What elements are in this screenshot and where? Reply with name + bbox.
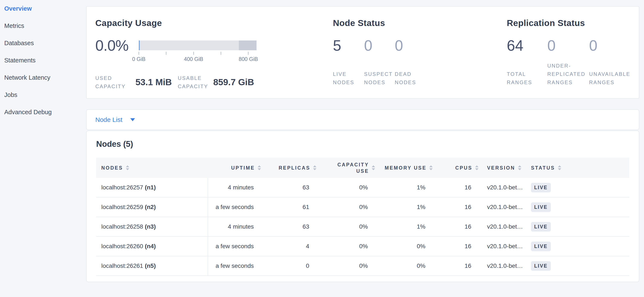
column-header-memory-use[interactable]: MEMORY USE <box>378 158 436 178</box>
status-cell: LIVE <box>524 237 572 256</box>
node-status-section: Node Status 5 LIVE NODES 0 SUSPECT NODES… <box>333 18 507 98</box>
suspect-nodes-stat: 0 SUSPECT NODES <box>364 38 395 86</box>
status-badge: LIVE <box>531 261 551 271</box>
node-address-link[interactable]: localhost:26260 <box>101 243 143 250</box>
status-badge: LIVE <box>531 222 551 232</box>
sidebar-item-network-latency[interactable]: Network Latency <box>0 69 86 86</box>
column-header-cpus[interactable]: CPUS <box>436 158 482 178</box>
node-status-title: Node Status <box>333 18 507 28</box>
replicas-cell: 63 <box>264 217 320 236</box>
status-badge: LIVE <box>531 242 551 251</box>
node-id: (n5) <box>145 263 156 269</box>
cluster-summary-card: Capacity Usage 0.0% <box>86 6 639 99</box>
overview-page: Overview Metrics Databases Statements Ne… <box>0 0 644 297</box>
cpus-cell: 16 <box>436 198 482 217</box>
capacity-bar-other-segment <box>239 40 256 50</box>
sort-icon <box>313 165 316 170</box>
capacity-percent: 0.0% <box>95 38 136 62</box>
column-header-nodes[interactable]: NODES <box>96 158 208 178</box>
nodes-table-title: Nodes (5) <box>96 140 629 149</box>
node-cell: localhost:26258 (n3) <box>96 217 208 236</box>
usable-capacity-label: USABLE CAPACITY <box>178 74 208 90</box>
node-id: (n4) <box>145 243 156 250</box>
memory-use-cell: 0% <box>378 237 436 256</box>
sidebar-item-label: Advanced Debug <box>4 109 52 116</box>
column-header-uptime[interactable]: UPTIME <box>208 158 264 178</box>
sidebar-item-databases[interactable]: Databases <box>0 34 86 52</box>
live-nodes-label: LIVE NODES <box>333 70 364 86</box>
sidebar-item-label: Network Latency <box>4 74 50 81</box>
axis-label-0: 0 GiB <box>132 56 146 62</box>
under-replicated-ranges-stat: 0 UNDER- REPLICATED RANGES <box>547 38 589 86</box>
capacity-usage-section: Capacity Usage 0.0% <box>95 18 333 98</box>
node-address-link[interactable]: localhost:26261 <box>101 263 143 269</box>
node-cell: localhost:26257 (n1) <box>96 178 208 197</box>
cpus-cell: 16 <box>436 256 482 276</box>
total-ranges-value: 64 <box>507 38 547 53</box>
node-address-link[interactable]: localhost:26259 <box>101 204 143 211</box>
cpus-cell: 16 <box>436 178 482 197</box>
status-cell: LIVE <box>524 256 572 276</box>
sort-icon <box>126 165 129 170</box>
unavailable-ranges-stat: 0 UNAVAILABLE RANGES <box>589 38 630 86</box>
uptime-cell: a few seconds <box>208 256 264 276</box>
capacity-use-cell: 0% <box>320 198 378 217</box>
column-header-replicas[interactable]: REPLICAS <box>264 158 320 178</box>
sidebar-item-label: Statements <box>4 57 36 64</box>
column-header-capacity-use[interactable]: CAPACITY USE <box>320 158 378 178</box>
status-cell: LIVE <box>524 178 572 197</box>
under-replicated-ranges-value: 0 <box>547 38 589 53</box>
version-cell: v20.1.0-bet… <box>482 237 524 256</box>
sidebar-item-overview[interactable]: Overview <box>0 0 86 17</box>
nodes-table: NODES UPTIME REPLICAS CAPACITY USE MEMOR… <box>96 158 629 276</box>
table-row: localhost:26258 (n3) 4 minutes 63 0% 1% … <box>96 217 629 237</box>
version-cell: v20.1.0-bet… <box>482 198 524 217</box>
sidebar-item-jobs[interactable]: Jobs <box>0 86 86 104</box>
replicas-cell: 0 <box>264 256 320 276</box>
nodes-table-body: localhost:26257 (n1) 4 minutes 63 0% 1% … <box>96 178 629 276</box>
sidebar-item-label: Jobs <box>4 91 17 98</box>
table-row: localhost:26261 (n5) a few seconds 0 0% … <box>96 256 629 276</box>
node-address-link[interactable]: localhost:26257 <box>101 184 143 191</box>
uptime-cell: 4 minutes <box>208 178 264 197</box>
node-id: (n1) <box>145 184 156 191</box>
capacity-bar-used-marker <box>139 40 140 50</box>
node-list-dropdown[interactable]: Node List <box>95 116 135 123</box>
capacity-use-cell: 0% <box>320 237 378 256</box>
capacity-use-cell: 0% <box>320 217 378 236</box>
memory-use-cell: 1% <box>378 217 436 236</box>
capacity-axis-ticks <box>139 52 256 55</box>
capacity-usage-title: Capacity Usage <box>95 18 333 28</box>
replicas-cell: 63 <box>264 178 320 197</box>
node-address-link[interactable]: localhost:26258 <box>101 223 143 230</box>
dead-nodes-stat: 0 DEAD NODES <box>395 38 416 86</box>
cpus-cell: 16 <box>436 217 482 236</box>
sort-icon <box>518 165 522 170</box>
sort-icon <box>372 165 375 170</box>
axis-label-800: 800 GiB <box>238 56 258 62</box>
live-nodes-value: 5 <box>333 38 364 53</box>
column-header-version[interactable]: VERSION <box>482 158 524 178</box>
sidebar-item-advanced-debug[interactable]: Advanced Debug <box>0 104 86 121</box>
version-cell: v20.1.0-bet… <box>482 178 524 197</box>
capacity-bar <box>139 40 256 50</box>
node-status-stats: 5 LIVE NODES 0 SUSPECT NODES 0 DEAD NODE… <box>333 38 507 86</box>
status-cell: LIVE <box>524 198 572 217</box>
sidebar-item-label: Overview <box>4 5 32 12</box>
cpus-cell: 16 <box>436 237 482 256</box>
capacity-bar-chart: 0 GiB 400 GiB 800 GiB <box>139 38 256 62</box>
sidebar-item-metrics[interactable]: Metrics <box>0 17 86 34</box>
suspect-nodes-label: SUSPECT NODES <box>364 70 395 86</box>
dead-nodes-value: 0 <box>395 38 416 53</box>
uptime-cell: a few seconds <box>208 237 264 256</box>
column-header-status[interactable]: STATUS <box>524 158 572 178</box>
uptime-cell: a few seconds <box>208 198 264 217</box>
version-cell: v20.1.0-bet… <box>482 217 524 236</box>
under-replicated-ranges-label: UNDER- REPLICATED RANGES <box>547 61 589 86</box>
nodes-table-card: Nodes (5) NODES UPTIME REPLICAS CAPACITY… <box>86 131 639 282</box>
sort-icon <box>258 165 261 170</box>
node-cell: localhost:26259 (n2) <box>96 198 208 217</box>
sidebar-item-statements[interactable]: Statements <box>0 52 86 69</box>
replication-status-title: Replication Status <box>507 18 630 28</box>
sidebar-item-label: Metrics <box>4 22 24 29</box>
